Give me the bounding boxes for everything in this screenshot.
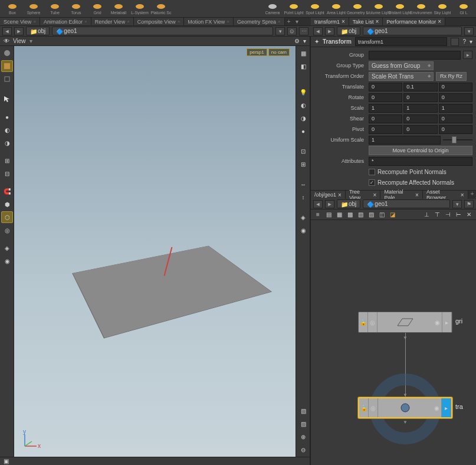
tool-f[interactable]: ⬢ [1, 198, 13, 210]
display-toggle-3[interactable] [1, 73, 13, 85]
tab-motion fx view[interactable]: Motion FX View× [184, 18, 234, 25]
net-nav-back[interactable]: ◄ [313, 200, 323, 208]
nettab-a-et brow-er[interactable]: Asset Browser× [423, 191, 468, 199]
tool-g[interactable]: ⬡ [1, 211, 13, 223]
close-icon[interactable]: × [278, 19, 281, 24]
disp-opt-4[interactable]: ◑ [297, 112, 309, 124]
shelf-lsystem-button[interactable]: L-System [130, 0, 150, 17]
shelf-box-button[interactable]: Box [2, 0, 22, 17]
rotate-y-input[interactable] [403, 93, 437, 102]
tab-composite view[interactable]: Composite View× [134, 18, 185, 25]
bbox-icon[interactable]: ▣ [4, 458, 9, 464]
tool-d[interactable]: ⊞ [1, 155, 13, 166]
disp-opt-2[interactable]: ◧ [297, 60, 309, 72]
tool-e[interactable]: ⊟ [1, 168, 13, 179]
disp-opt-11[interactable]: ◉ [297, 224, 309, 236]
rtab-performance monitor[interactable]: Performance Monitor× [383, 18, 445, 25]
r-nav-fwd-button[interactable]: ► [325, 27, 334, 35]
close-icon[interactable]: × [127, 19, 130, 24]
tool-i[interactable]: ◈ [1, 242, 13, 254]
shelf-arealight-button[interactable]: Area Light [326, 0, 346, 17]
disp-opt-3[interactable]: ◐ [297, 99, 309, 111]
disp-opt-13[interactable]: ▨ [297, 418, 309, 430]
uscale-input[interactable] [369, 136, 441, 145]
shear-y-input[interactable] [403, 114, 437, 123]
rotate-z-input[interactable] [439, 93, 472, 102]
shelf-metaball-button[interactable]: Metaball [109, 0, 129, 17]
torder-select[interactable]: Scale Rot Trans◆ [369, 72, 434, 81]
r-nav-back-button[interactable]: ◄ [313, 27, 323, 35]
rtab-take list[interactable]: Take List× [349, 18, 383, 25]
net-tb-10[interactable]: ⊤ [432, 211, 442, 219]
net-tb-1[interactable]: ≡ [313, 211, 323, 219]
disp-opt-10[interactable]: ◈ [297, 211, 309, 223]
select-tool[interactable] [1, 93, 13, 105]
path-history-button[interactable]: ▾ [275, 27, 285, 35]
grouptype-select[interactable]: Guess from Group◆ [369, 61, 434, 70]
node-transform-body[interactable] [378, 398, 432, 417]
group-picker-button[interactable]: ▸ [463, 51, 472, 59]
close-icon[interactable]: × [338, 192, 342, 198]
shelf-distlight-button[interactable]: Distant Light [390, 0, 410, 17]
rtab-transform1[interactable]: transform1× [311, 18, 349, 25]
tool-h[interactable]: ◎ [1, 224, 13, 236]
net-tb-9[interactable]: ⊥ [422, 211, 431, 219]
path-seg-geo1[interactable]: 🔷geo1 [52, 27, 273, 35]
network-view[interactable]: 🔒 ◎ ◉ ▸ gri ▼ 🔒 ◎ ◉ ▸ tra ▼ ▼ [311, 220, 476, 465]
close-icon[interactable]: × [342, 18, 345, 25]
disp-opt-15[interactable]: ⊖ [297, 444, 309, 456]
node-grid[interactable]: 🔒 ◎ ◉ ▸ [358, 312, 452, 333]
disp-opt-6[interactable]: ⊡ [297, 145, 309, 157]
shelf-torus-button[interactable]: Torus [66, 0, 86, 17]
net-tb-5[interactable]: ▧ [356, 211, 365, 219]
nav-back-button[interactable]: ◄ [2, 27, 12, 35]
view-opts-icon[interactable]: ⚙ [294, 38, 300, 44]
viewport-3d[interactable]: persp1 no cam x y [14, 46, 296, 457]
shelf-camera-button[interactable]: Camera [262, 0, 283, 17]
group-input[interactable] [369, 51, 461, 60]
net-path-pin[interactable]: ▾ [452, 200, 462, 208]
tab-menu-button[interactable]: ▾ [293, 18, 301, 25]
shear-z-input[interactable] [439, 114, 472, 123]
path-seg-obj[interactable]: 📁obj [26, 27, 50, 35]
disp-opt-5[interactable]: ● [297, 125, 309, 137]
disp-opt-8[interactable]: ↔ [297, 178, 309, 190]
shelf-sphere-button[interactable]: Sphere [24, 0, 44, 17]
shelf-spotlight-button[interactable]: Spot Light [305, 0, 325, 17]
tab-scene view[interactable]: Scene View× [0, 18, 40, 25]
node-grid-flag-r2[interactable]: ▸ [442, 312, 452, 332]
net-path-geo1[interactable]: 🔷geo1 [363, 199, 450, 208]
net-tb-11[interactable]: ⊣ [443, 211, 452, 219]
net-path-obj[interactable]: 📁obj [337, 199, 360, 208]
r-path-seg-obj[interactable]: 📁obj [337, 27, 360, 35]
disp-opt-12[interactable]: ▧ [297, 405, 309, 417]
nav-fwd-button[interactable]: ► [14, 27, 24, 35]
tab-animation editor[interactable]: Animation Editor× [40, 18, 91, 25]
net-nav-fwd[interactable]: ► [325, 200, 334, 208]
centroid-button[interactable]: Move Centroid to Origin [369, 146, 472, 155]
nettab-tree view[interactable]: Tree View× [346, 191, 381, 199]
node-name-input[interactable] [355, 37, 448, 46]
tool-a[interactable]: ● [1, 111, 13, 123]
param-menu-icon[interactable]: ▾ [470, 38, 472, 45]
nocam-badge[interactable]: no cam [268, 48, 290, 56]
pivot-z-input[interactable] [439, 125, 472, 134]
path-pin-button[interactable]: ⊙ [287, 27, 297, 35]
view-dropdown-icon[interactable]: ▾ [29, 38, 32, 44]
tool-j[interactable]: ◉ [1, 255, 13, 267]
close-icon[interactable]: × [375, 18, 379, 25]
disp-opt-9[interactable]: ↕ [297, 191, 309, 203]
view-menu-icon[interactable]: ▾ [303, 38, 306, 44]
rotate-x-input[interactable] [369, 93, 402, 102]
nettab-material pale[interactable]: Material Pale× [380, 191, 422, 199]
net-tb-3[interactable]: ▦ [334, 211, 344, 219]
nettab--obj-geo1[interactable]: /obj/geo1× [311, 191, 346, 199]
net-tb-7[interactable]: ◫ [377, 211, 386, 219]
tool-c[interactable]: ◑ [1, 137, 13, 149]
pivot-x-input[interactable] [369, 125, 402, 134]
nettab-add-button[interactable]: + [468, 191, 476, 199]
close-icon[interactable]: × [461, 192, 464, 198]
disp-opt-1[interactable]: ▦ [297, 47, 309, 59]
close-icon[interactable]: × [84, 19, 87, 24]
translate-x-input[interactable] [369, 83, 402, 91]
